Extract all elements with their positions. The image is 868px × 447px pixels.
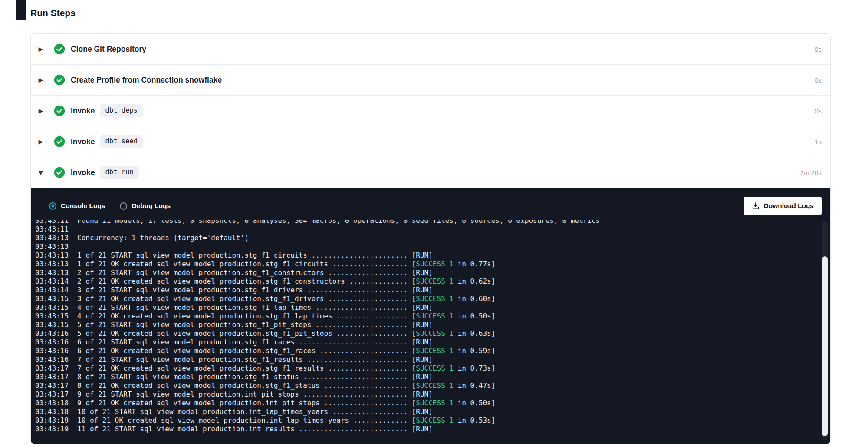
console-panel: Console Logs Debug Logs Download Logs (31, 188, 830, 444)
success-check-icon (54, 74, 65, 86)
step-label: Invoke (71, 106, 95, 116)
log-success-text: SUCCESS 1 (416, 416, 454, 424)
log-success-text: SUCCESS 1 (416, 329, 454, 338)
step-row[interactable]: ▶Invokedbt deps0s (31, 96, 830, 126)
log-line: 03:43:154 of 21 OK created sql view mode… (35, 312, 804, 321)
log-line: 03:43:177 of 21 OK created sql view mode… (35, 364, 804, 373)
log-message: 1 of 21 START sql view model production.… (77, 251, 433, 259)
log-message: 10 of 21 START sql view model production… (77, 407, 433, 416)
log-message: 2 of 21 OK created sql view model produc… (77, 277, 495, 285)
log-timestamp: 03:43:15 (35, 303, 69, 311)
radio-selected-icon (49, 202, 56, 210)
step-row[interactable]: ▶Invokedbt seed1s (31, 126, 830, 157)
log-timestamp: 03:43:16 (35, 338, 69, 346)
step-row[interactable]: ▶Create Profile from Connection snowflak… (31, 65, 830, 96)
log-success-text: SUCCESS 1 (416, 260, 454, 268)
step-row[interactable]: ▶Clone Git Repository0s (31, 34, 830, 65)
console-logs-radio[interactable]: Console Logs (49, 202, 105, 210)
log-line: 03:43:131 of 21 START sql view model pro… (35, 251, 804, 260)
log-timestamp: 03:43:15 (35, 321, 69, 329)
log-line: 03:43:143 of 21 START sql view model pro… (35, 286, 804, 295)
log-timestamp: 03:43:15 (35, 312, 69, 320)
log-line: 03:43:1911 of 21 START sql view model pr… (35, 425, 804, 434)
log-line: 03:43:13Concurrency: 1 threads (target='… (35, 234, 804, 242)
log-timestamp: 03:43:16 (35, 355, 69, 364)
console-log-area: 03:43:11Found 21 models, 17 tests, 0 sna… (31, 220, 830, 444)
log-timestamp: 03:43:13 (35, 260, 69, 268)
log-message: 7 of 21 START sql view model production.… (77, 355, 433, 364)
run-steps-page: Run Steps ▶Clone Git Repository0s▶Create… (0, 0, 868, 447)
log-message: 4 of 21 START sql view model production.… (77, 303, 433, 311)
step-duration: 0s (815, 76, 822, 84)
caret-right-icon: ▶ (37, 139, 44, 145)
log-line: 03:43:11Found 21 models, 17 tests, 0 sna… (35, 220, 804, 225)
log-message: 6 of 21 START sql view model production.… (77, 338, 433, 346)
log-success-text: SUCCESS 1 (416, 295, 454, 303)
log-timestamp: 03:43:16 (35, 329, 69, 338)
log-success-text: SUCCESS 1 (416, 364, 454, 372)
step-duration: 0s (815, 107, 822, 115)
log-success-text: SUCCESS 1 (416, 277, 454, 285)
log-timestamp: 03:43:13 (35, 242, 69, 251)
log-timestamp: 03:43:18 (35, 407, 69, 416)
log-line: 03:43:132 of 21 START sql view model pro… (35, 268, 804, 277)
log-timestamp: 03:43:15 (35, 295, 69, 303)
radio-label: Debug Logs (132, 202, 171, 210)
log-timestamp: 03:43:14 (35, 277, 69, 285)
log-message: 2 of 21 START sql view model production.… (77, 268, 433, 277)
steps-list: ▶Clone Git Repository0s▶Create Profile f… (31, 34, 830, 188)
log-line: 03:43:154 of 21 START sql view model pro… (35, 303, 804, 312)
log-message: 6 of 21 OK created sql view model produc… (77, 347, 495, 355)
log-message: 1 of 21 OK created sql view model produc… (77, 260, 495, 268)
log-success-text: SUCCESS 1 (416, 312, 454, 320)
log-message: 7 of 21 OK created sql view model produc… (77, 364, 495, 372)
log-line: 03:43:1910 of 21 OK created sql view mod… (35, 416, 804, 425)
step-row[interactable]: ▼Invokedbt run2m 26s (31, 157, 830, 188)
log-timestamp: 03:43:17 (35, 381, 69, 390)
log-timestamp: 03:43:11 (35, 220, 69, 225)
download-logs-button[interactable]: Download Logs (744, 197, 822, 215)
log-timestamp: 03:43:14 (35, 286, 69, 294)
log-lines: 03:43:11Found 21 models, 17 tests, 0 sna… (35, 220, 804, 434)
log-timestamp: 03:43:13 (35, 268, 69, 277)
step-duration: 2m 26s (800, 169, 822, 176)
success-check-icon (54, 167, 65, 178)
success-check-icon (54, 43, 65, 55)
log-message: 5 of 21 START sql view model production.… (77, 321, 433, 329)
console-scrollbar-thumb[interactable] (822, 256, 828, 436)
log-timestamp: 03:43:16 (35, 347, 69, 355)
run-steps-card: ▶Clone Git Repository0s▶Create Profile f… (30, 33, 831, 444)
console-header: Console Logs Debug Logs Download Logs (31, 188, 830, 220)
log-message: 10 of 21 OK created sql view model produ… (77, 416, 495, 424)
log-message: 4 of 21 OK created sql view model produc… (77, 312, 495, 320)
log-line: 03:43:13 (35, 242, 804, 251)
download-logs-label: Download Logs (764, 202, 814, 210)
log-timestamp: 03:43:19 (35, 416, 69, 424)
log-line: 03:43:1810 of 21 START sql view model pr… (35, 407, 804, 416)
log-message: Found 21 models, 17 tests, 0 snapshots, … (77, 220, 600, 225)
page-title: Run Steps (30, 8, 76, 18)
log-message: 9 of 21 OK created sql view model produc… (77, 399, 495, 407)
log-timestamp: 03:43:18 (35, 399, 69, 407)
debug-logs-radio[interactable]: Debug Logs (120, 202, 171, 210)
log-line: 03:43:153 of 21 OK created sql view mode… (35, 295, 804, 303)
log-line: 03:43:11 (35, 225, 804, 234)
log-line: 03:43:167 of 21 START sql view model pro… (35, 355, 804, 364)
step-label: Invoke (71, 168, 95, 177)
caret-right-icon: ▶ (37, 46, 44, 52)
log-line: 03:43:178 of 21 START sql view model pro… (35, 373, 804, 381)
log-message: 9 of 21 START sql view model production.… (77, 390, 433, 398)
download-icon (752, 202, 760, 210)
log-message: 8 of 21 START sql view model production.… (77, 373, 433, 381)
log-line: 03:43:131 of 21 OK created sql view mode… (35, 260, 804, 268)
log-message: 3 of 21 OK created sql view model produc… (77, 295, 495, 303)
step-command-badge: dbt deps (100, 104, 143, 117)
step-label: Clone Git Repository (71, 45, 146, 54)
step-label: Invoke (71, 137, 95, 146)
log-line: 03:43:166 of 21 OK created sql view mode… (35, 347, 804, 355)
step-command-badge: dbt seed (100, 135, 143, 148)
caret-right-icon: ▶ (37, 108, 44, 114)
step-label: Create Profile from Connection snowflake (71, 76, 222, 85)
caret-right-icon: ▶ (37, 77, 44, 83)
log-timestamp: 03:43:19 (35, 425, 69, 433)
